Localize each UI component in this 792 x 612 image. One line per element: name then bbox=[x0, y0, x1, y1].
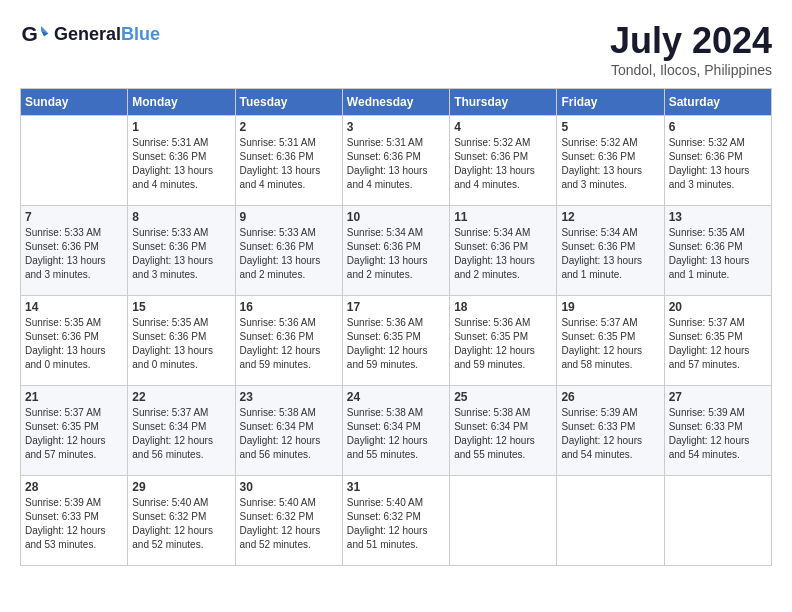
day-info: Sunrise: 5:36 AM Sunset: 6:36 PM Dayligh… bbox=[240, 316, 338, 372]
day-info: Sunrise: 5:38 AM Sunset: 6:34 PM Dayligh… bbox=[454, 406, 552, 462]
day-cell: 18Sunrise: 5:36 AM Sunset: 6:35 PM Dayli… bbox=[450, 296, 557, 386]
week-row-3: 14Sunrise: 5:35 AM Sunset: 6:36 PM Dayli… bbox=[21, 296, 772, 386]
day-number: 13 bbox=[669, 210, 767, 224]
col-header-sunday: Sunday bbox=[21, 89, 128, 116]
day-cell: 31Sunrise: 5:40 AM Sunset: 6:32 PM Dayli… bbox=[342, 476, 449, 566]
day-info: Sunrise: 5:33 AM Sunset: 6:36 PM Dayligh… bbox=[25, 226, 123, 282]
col-header-friday: Friday bbox=[557, 89, 664, 116]
day-info: Sunrise: 5:36 AM Sunset: 6:35 PM Dayligh… bbox=[347, 316, 445, 372]
day-cell: 4Sunrise: 5:32 AM Sunset: 6:36 PM Daylig… bbox=[450, 116, 557, 206]
day-cell bbox=[557, 476, 664, 566]
day-cell: 11Sunrise: 5:34 AM Sunset: 6:36 PM Dayli… bbox=[450, 206, 557, 296]
day-info: Sunrise: 5:33 AM Sunset: 6:36 PM Dayligh… bbox=[132, 226, 230, 282]
day-cell: 27Sunrise: 5:39 AM Sunset: 6:33 PM Dayli… bbox=[664, 386, 771, 476]
day-number: 4 bbox=[454, 120, 552, 134]
day-info: Sunrise: 5:40 AM Sunset: 6:32 PM Dayligh… bbox=[132, 496, 230, 552]
page-header: G GeneralBlue July 2024 Tondol, Ilocos, … bbox=[20, 20, 772, 78]
day-number: 28 bbox=[25, 480, 123, 494]
day-number: 3 bbox=[347, 120, 445, 134]
day-cell: 22Sunrise: 5:37 AM Sunset: 6:34 PM Dayli… bbox=[128, 386, 235, 476]
day-info: Sunrise: 5:31 AM Sunset: 6:36 PM Dayligh… bbox=[347, 136, 445, 192]
day-cell: 10Sunrise: 5:34 AM Sunset: 6:36 PM Dayli… bbox=[342, 206, 449, 296]
calendar-header-row: SundayMondayTuesdayWednesdayThursdayFrid… bbox=[21, 89, 772, 116]
day-number: 23 bbox=[240, 390, 338, 404]
day-info: Sunrise: 5:40 AM Sunset: 6:32 PM Dayligh… bbox=[240, 496, 338, 552]
day-number: 26 bbox=[561, 390, 659, 404]
logo: G GeneralBlue bbox=[20, 20, 160, 50]
day-number: 10 bbox=[347, 210, 445, 224]
day-info: Sunrise: 5:32 AM Sunset: 6:36 PM Dayligh… bbox=[454, 136, 552, 192]
col-header-saturday: Saturday bbox=[664, 89, 771, 116]
day-number: 5 bbox=[561, 120, 659, 134]
day-number: 15 bbox=[132, 300, 230, 314]
col-header-tuesday: Tuesday bbox=[235, 89, 342, 116]
day-number: 17 bbox=[347, 300, 445, 314]
day-number: 14 bbox=[25, 300, 123, 314]
day-info: Sunrise: 5:40 AM Sunset: 6:32 PM Dayligh… bbox=[347, 496, 445, 552]
day-cell: 15Sunrise: 5:35 AM Sunset: 6:36 PM Dayli… bbox=[128, 296, 235, 386]
day-info: Sunrise: 5:37 AM Sunset: 6:35 PM Dayligh… bbox=[561, 316, 659, 372]
day-cell: 20Sunrise: 5:37 AM Sunset: 6:35 PM Dayli… bbox=[664, 296, 771, 386]
day-number: 31 bbox=[347, 480, 445, 494]
day-cell: 16Sunrise: 5:36 AM Sunset: 6:36 PM Dayli… bbox=[235, 296, 342, 386]
day-info: Sunrise: 5:33 AM Sunset: 6:36 PM Dayligh… bbox=[240, 226, 338, 282]
day-number: 1 bbox=[132, 120, 230, 134]
day-number: 20 bbox=[669, 300, 767, 314]
calendar-table: SundayMondayTuesdayWednesdayThursdayFrid… bbox=[20, 88, 772, 566]
day-info: Sunrise: 5:39 AM Sunset: 6:33 PM Dayligh… bbox=[561, 406, 659, 462]
day-number: 7 bbox=[25, 210, 123, 224]
day-info: Sunrise: 5:31 AM Sunset: 6:36 PM Dayligh… bbox=[240, 136, 338, 192]
day-cell: 21Sunrise: 5:37 AM Sunset: 6:35 PM Dayli… bbox=[21, 386, 128, 476]
location: Tondol, Ilocos, Philippines bbox=[610, 62, 772, 78]
week-row-1: 1Sunrise: 5:31 AM Sunset: 6:36 PM Daylig… bbox=[21, 116, 772, 206]
day-cell: 17Sunrise: 5:36 AM Sunset: 6:35 PM Dayli… bbox=[342, 296, 449, 386]
day-info: Sunrise: 5:34 AM Sunset: 6:36 PM Dayligh… bbox=[347, 226, 445, 282]
week-row-5: 28Sunrise: 5:39 AM Sunset: 6:33 PM Dayli… bbox=[21, 476, 772, 566]
day-cell: 19Sunrise: 5:37 AM Sunset: 6:35 PM Dayli… bbox=[557, 296, 664, 386]
day-number: 25 bbox=[454, 390, 552, 404]
col-header-thursday: Thursday bbox=[450, 89, 557, 116]
day-number: 22 bbox=[132, 390, 230, 404]
day-info: Sunrise: 5:31 AM Sunset: 6:36 PM Dayligh… bbox=[132, 136, 230, 192]
logo-text: GeneralBlue bbox=[54, 24, 160, 46]
day-cell: 6Sunrise: 5:32 AM Sunset: 6:36 PM Daylig… bbox=[664, 116, 771, 206]
month-year: July 2024 bbox=[610, 20, 772, 62]
day-cell: 30Sunrise: 5:40 AM Sunset: 6:32 PM Dayli… bbox=[235, 476, 342, 566]
day-cell: 8Sunrise: 5:33 AM Sunset: 6:36 PM Daylig… bbox=[128, 206, 235, 296]
day-cell: 7Sunrise: 5:33 AM Sunset: 6:36 PM Daylig… bbox=[21, 206, 128, 296]
day-cell: 1Sunrise: 5:31 AM Sunset: 6:36 PM Daylig… bbox=[128, 116, 235, 206]
svg-text:G: G bbox=[22, 22, 38, 45]
day-cell: 25Sunrise: 5:38 AM Sunset: 6:34 PM Dayli… bbox=[450, 386, 557, 476]
day-cell bbox=[21, 116, 128, 206]
day-number: 30 bbox=[240, 480, 338, 494]
day-number: 16 bbox=[240, 300, 338, 314]
day-number: 6 bbox=[669, 120, 767, 134]
day-cell: 13Sunrise: 5:35 AM Sunset: 6:36 PM Dayli… bbox=[664, 206, 771, 296]
col-header-monday: Monday bbox=[128, 89, 235, 116]
day-number: 9 bbox=[240, 210, 338, 224]
day-cell: 23Sunrise: 5:38 AM Sunset: 6:34 PM Dayli… bbox=[235, 386, 342, 476]
day-number: 24 bbox=[347, 390, 445, 404]
day-info: Sunrise: 5:39 AM Sunset: 6:33 PM Dayligh… bbox=[25, 496, 123, 552]
day-cell: 3Sunrise: 5:31 AM Sunset: 6:36 PM Daylig… bbox=[342, 116, 449, 206]
day-info: Sunrise: 5:38 AM Sunset: 6:34 PM Dayligh… bbox=[347, 406, 445, 462]
day-cell: 12Sunrise: 5:34 AM Sunset: 6:36 PM Dayli… bbox=[557, 206, 664, 296]
week-row-2: 7Sunrise: 5:33 AM Sunset: 6:36 PM Daylig… bbox=[21, 206, 772, 296]
day-number: 29 bbox=[132, 480, 230, 494]
day-number: 19 bbox=[561, 300, 659, 314]
day-info: Sunrise: 5:37 AM Sunset: 6:35 PM Dayligh… bbox=[25, 406, 123, 462]
day-number: 12 bbox=[561, 210, 659, 224]
day-info: Sunrise: 5:35 AM Sunset: 6:36 PM Dayligh… bbox=[669, 226, 767, 282]
day-number: 8 bbox=[132, 210, 230, 224]
day-cell: 5Sunrise: 5:32 AM Sunset: 6:36 PM Daylig… bbox=[557, 116, 664, 206]
day-number: 18 bbox=[454, 300, 552, 314]
day-info: Sunrise: 5:34 AM Sunset: 6:36 PM Dayligh… bbox=[454, 226, 552, 282]
day-info: Sunrise: 5:35 AM Sunset: 6:36 PM Dayligh… bbox=[25, 316, 123, 372]
day-info: Sunrise: 5:37 AM Sunset: 6:34 PM Dayligh… bbox=[132, 406, 230, 462]
title-block: July 2024 Tondol, Ilocos, Philippines bbox=[610, 20, 772, 78]
day-info: Sunrise: 5:35 AM Sunset: 6:36 PM Dayligh… bbox=[132, 316, 230, 372]
day-info: Sunrise: 5:32 AM Sunset: 6:36 PM Dayligh… bbox=[669, 136, 767, 192]
day-info: Sunrise: 5:37 AM Sunset: 6:35 PM Dayligh… bbox=[669, 316, 767, 372]
day-cell: 29Sunrise: 5:40 AM Sunset: 6:32 PM Dayli… bbox=[128, 476, 235, 566]
day-number: 2 bbox=[240, 120, 338, 134]
